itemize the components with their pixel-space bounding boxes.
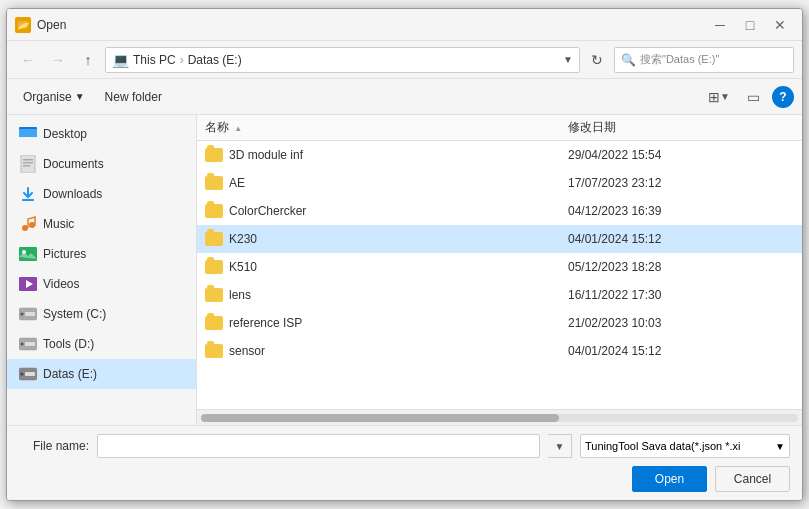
svg-point-9 [29, 222, 35, 228]
table-row[interactable]: lens16/11/2022 17:30 [197, 281, 802, 309]
table-row[interactable]: K23004/01/2024 15:12 [197, 225, 802, 253]
close-button[interactable]: ✕ [766, 14, 794, 36]
new-folder-button[interactable]: New folder [97, 84, 170, 110]
table-row[interactable]: 3D module inf29/04/2022 15:54 [197, 141, 802, 169]
search-bar[interactable]: 🔍 搜索"Datas (E:)" [614, 47, 794, 73]
up-button[interactable]: ↑ [75, 47, 101, 73]
scrollbar-thumb[interactable] [201, 414, 559, 422]
sidebar-item-pictures[interactable]: Pictures [7, 239, 196, 269]
file-modified-cell: 04/01/2024 15:12 [560, 337, 802, 365]
sidebar-item-videos[interactable]: Videos [7, 269, 196, 299]
sidebar-item-desktop[interactable]: Desktop [7, 119, 196, 149]
filename-dropdown-btn[interactable]: ▼ [548, 434, 572, 458]
filename-row: File name: ▼ TuningTool Sava data(*.json… [19, 434, 790, 458]
sidebar-item-documents[interactable]: Documents [7, 149, 196, 179]
file-name-cell: AE [197, 169, 560, 197]
maximize-button[interactable]: □ [736, 14, 764, 36]
breadcrumb-sep-1: › [180, 53, 184, 67]
scrollbar-track [201, 414, 798, 422]
col-name-header[interactable]: 名称 ▲ [197, 115, 560, 141]
file-modified-cell: 21/02/2023 10:03 [560, 309, 802, 337]
sidebar-item-system-c-label: System (C:) [43, 307, 106, 321]
col-modified-header[interactable]: 修改日期 [560, 115, 802, 141]
table-row[interactable]: reference ISP21/02/2023 10:03 [197, 309, 802, 337]
filename-input[interactable] [97, 434, 540, 458]
forward-button[interactable]: → [45, 47, 71, 73]
folder-icon [205, 260, 223, 274]
sidebar-item-system-c[interactable]: System (C:) [7, 299, 196, 329]
sidebar-item-tools-d-label: Tools (D:) [43, 337, 94, 351]
file-name-cell: K230 [197, 225, 560, 253]
file-name-cell: 3D module inf [197, 141, 560, 169]
organise-button[interactable]: Organise ▼ [15, 84, 93, 110]
folder-icon [205, 316, 223, 330]
file-modified-cell: 05/12/2023 18:28 [560, 253, 802, 281]
svg-rect-10 [19, 247, 37, 261]
cancel-button[interactable]: Cancel [715, 466, 790, 492]
breadcrumb[interactable]: 💻 This PC › Datas (E:) ▼ [105, 47, 580, 73]
sidebar-item-pictures-label: Pictures [43, 247, 86, 261]
search-icon: 🔍 [621, 53, 636, 67]
file-name: ColorChercker [229, 204, 306, 218]
organise-dropdown-icon: ▼ [75, 91, 85, 102]
sidebar-item-downloads[interactable]: Downloads [7, 179, 196, 209]
system-drive-icon [19, 305, 37, 323]
file-list-container[interactable]: 名称 ▲ 修改日期 3D module inf29/04/2022 15:54A… [197, 115, 802, 409]
open-button[interactable]: Open [632, 466, 707, 492]
view-dropdown-icon: ▼ [720, 91, 730, 102]
minimize-button[interactable]: ─ [706, 14, 734, 36]
window-controls: ─ □ ✕ [706, 14, 794, 36]
videos-icon [19, 275, 37, 293]
view-icon: ⊞ [708, 89, 720, 105]
table-row[interactable]: AE17/07/2023 23:12 [197, 169, 802, 197]
sidebar-item-documents-label: Documents [43, 157, 104, 171]
filetype-select[interactable]: TuningTool Sava data(*.json *.xi ▼ [580, 434, 790, 458]
view-toggle-button[interactable]: ⊞ ▼ [704, 84, 734, 110]
file-name: 3D module inf [229, 148, 303, 162]
svg-rect-7 [22, 199, 34, 201]
sidebar-item-datas-e-label: Datas (E:) [43, 367, 97, 381]
toolbar: Organise ▼ New folder ⊞ ▼ ▭ ? [7, 79, 802, 115]
horizontal-scrollbar[interactable] [197, 409, 802, 425]
pictures-icon [19, 245, 37, 263]
sidebar: Desktop Documents Downloads Music [7, 115, 197, 425]
svg-point-18 [21, 343, 24, 346]
sidebar-item-datas-e[interactable]: Datas (E:) [7, 359, 196, 389]
svg-point-8 [22, 225, 28, 231]
bottom-area: File name: ▼ TuningTool Sava data(*.json… [7, 425, 802, 500]
datas-drive-icon [19, 365, 37, 383]
svg-rect-4 [23, 159, 33, 161]
refresh-button[interactable]: ↻ [584, 47, 610, 73]
filetype-value: TuningTool Sava data(*.json *.xi [585, 440, 741, 452]
file-table: 名称 ▲ 修改日期 3D module inf29/04/2022 15:54A… [197, 115, 802, 365]
sidebar-item-music[interactable]: Music [7, 209, 196, 239]
folder-icon [205, 176, 223, 190]
svg-rect-2 [21, 155, 35, 173]
content-area: Desktop Documents Downloads Music [7, 115, 802, 425]
pane-button[interactable]: ▭ [738, 84, 768, 110]
search-placeholder: 搜索"Datas (E:)" [640, 52, 719, 67]
file-name: lens [229, 288, 251, 302]
file-modified-cell: 04/01/2024 15:12 [560, 225, 802, 253]
table-row[interactable]: K51005/12/2023 18:28 [197, 253, 802, 281]
file-area: 名称 ▲ 修改日期 3D module inf29/04/2022 15:54A… [197, 115, 802, 425]
filename-label: File name: [19, 439, 89, 453]
sort-indicator: ▲ [234, 124, 242, 133]
organise-label: Organise [23, 90, 72, 104]
file-name-cell: lens [197, 281, 560, 309]
file-name: reference ISP [229, 316, 302, 330]
file-name-cell: sensor [197, 337, 560, 365]
folder-icon [205, 232, 223, 246]
folder-icon [205, 204, 223, 218]
file-name-cell: ColorChercker [197, 197, 560, 225]
computer-icon: 💻 [112, 52, 129, 68]
pane-icon: ▭ [747, 89, 760, 105]
desktop-icon [19, 125, 37, 143]
help-button[interactable]: ? [772, 86, 794, 108]
table-row[interactable]: sensor04/01/2024 15:12 [197, 337, 802, 365]
title-bar: 📂 Open ─ □ ✕ [7, 9, 802, 41]
back-button[interactable]: ← [15, 47, 41, 73]
table-row[interactable]: ColorChercker04/12/2023 16:39 [197, 197, 802, 225]
action-row: Open Cancel [19, 466, 790, 492]
sidebar-item-tools-d[interactable]: Tools (D:) [7, 329, 196, 359]
